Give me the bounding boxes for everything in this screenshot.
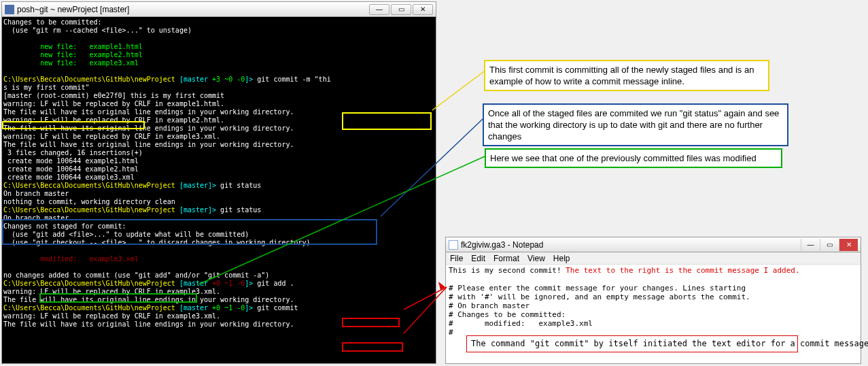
- commit-msg-text: This is my second commit!: [449, 266, 561, 275]
- output-line: warning: LF will be replaced by CRLF in …: [3, 116, 224, 124]
- comment-line: # Changes to be committed:: [449, 310, 566, 319]
- annotation-callout-2: Once all of the staged files are commite…: [483, 103, 788, 146]
- minimize-button[interactable]: —: [801, 239, 820, 251]
- staged-file: new file: example2.html: [3, 51, 143, 59]
- notepad-titlebar: fk2giviw.ga3 - Notepad — ▭ ✕: [446, 237, 861, 252]
- command-text: s is my first commit": [3, 84, 89, 91]
- prompt-path: C:\Users\Becca\Documents\GitHub\newProje…: [3, 76, 175, 83]
- comment-line: # On branch master: [449, 301, 530, 310]
- terminal-title: posh~git ~ newProject [master]: [17, 5, 369, 14]
- highlight-git-add: [342, 318, 400, 327]
- comment-line: # with '#' will be ignored, and an empty…: [449, 293, 750, 301]
- terminal-body[interactable]: Changes to be committed: (use "git rm --…: [2, 17, 436, 363]
- terminal-window: posh~git ~ newProject [master] — ▭ ✕ Cha…: [1, 1, 436, 364]
- output-line: warning: LF will be replaced by CRLF in …: [3, 133, 220, 140]
- menu-view[interactable]: View: [527, 254, 545, 263]
- comment-line: # modified: example3.xml: [449, 319, 593, 328]
- prompt-path: C:\Users\Becca\Documents\GitHub\newProje…: [3, 182, 175, 189]
- output-line: create mode 100644 example3.xml: [3, 173, 135, 181]
- annotation-callout-1: This first commit is committing all of t…: [484, 60, 769, 91]
- powershell-icon: [5, 5, 14, 14]
- notepad-window: fk2giviw.ga3 - Notepad — ▭ ✕ File Edit F…: [445, 237, 861, 364]
- output-line: The file will have its original line end…: [3, 320, 294, 328]
- notepad-body[interactable]: This is my second commit! The text to th…: [446, 265, 861, 363]
- output-line: (use "git checkout -- <file>..." to disc…: [3, 239, 311, 246]
- branch-end: ]>: [245, 304, 257, 312]
- svg-line-0: [432, 71, 484, 110]
- branch-label: [master: [175, 304, 208, 312]
- output-line: On branch master: [3, 190, 69, 197]
- highlight-commit-msg: [342, 112, 432, 130]
- output-line: warning: LF will be replaced by CRLF in …: [3, 312, 220, 320]
- menu-edit[interactable]: Edit: [471, 254, 485, 263]
- output-line: (use "git rm --cached <file>..." to unst…: [3, 27, 192, 34]
- output-line: On branch master: [3, 214, 69, 222]
- window-controls: — ▭ ✕: [801, 239, 858, 251]
- output-line: create mode 100644 example2.html: [3, 165, 139, 173]
- window-controls: — ▭ ✕: [369, 4, 433, 15]
- branch-end: ]>: [245, 280, 257, 287]
- menu-file[interactable]: File: [450, 254, 463, 263]
- command-text: git status: [220, 182, 261, 189]
- highlight-git-commit: [342, 342, 403, 352]
- maximize-button[interactable]: ▭: [391, 4, 411, 15]
- branch-end: ]>: [245, 76, 257, 83]
- minimize-button[interactable]: —: [369, 4, 389, 15]
- prompt-path: C:\Users\Becca\Documents\GitHub\newProje…: [3, 304, 175, 312]
- notepad-icon: [449, 240, 458, 250]
- close-button[interactable]: ✕: [413, 4, 433, 15]
- output-line: warning: LF will be replaced by CRLF in …: [3, 100, 224, 107]
- branch-label: [master: [175, 76, 208, 83]
- notepad-menubar: File Edit Format View Help: [446, 252, 861, 265]
- maximize-button[interactable]: ▭: [820, 239, 839, 251]
- notepad-title: fk2giviw.ga3 - Notepad: [461, 240, 801, 250]
- menu-format[interactable]: Format: [493, 254, 519, 263]
- staged-file: new file: example1.html: [3, 43, 143, 50]
- branch-label: [master]>: [175, 206, 220, 214]
- terminal-titlebar: posh~git ~ newProject [master] — ▭ ✕: [2, 2, 436, 17]
- branch-label: [master]>: [175, 182, 220, 189]
- branch-stats: +0 ~1 -0: [208, 304, 245, 312]
- svg-marker-5: [438, 282, 445, 290]
- branch-stats: +3 ~0 -0: [208, 76, 245, 83]
- branch-stats: +0 ~1 -0: [208, 280, 245, 287]
- prompt-path: C:\Users\Becca\Documents\GitHub\newProje…: [3, 280, 175, 287]
- comment-line: # Please enter the commit message for yo…: [449, 284, 746, 293]
- output-line: The file will have its original line end…: [3, 108, 294, 116]
- output-line: Changes not staged for commit:: [3, 222, 126, 230]
- output-line: 3 files changed, 16 insertions(+): [3, 149, 143, 156]
- output-line: (use "git add <file>..." to update what …: [3, 231, 249, 238]
- output-line: The file will have its original line end…: [3, 124, 294, 132]
- annotation-callout-3: Here we see that one of the previously c…: [485, 148, 782, 168]
- output-line: The file will have its original line end…: [3, 296, 294, 303]
- modified-file: modified: example3.xml: [3, 255, 139, 263]
- output-line: warning: LF will be replaced by CRLF in …: [3, 288, 220, 295]
- output-line: no changes added to commit (use "git add…: [3, 271, 269, 279]
- comment-line: #: [449, 328, 453, 337]
- annotation-callout-4: The command "git commit" by itself initi…: [466, 335, 798, 352]
- menu-help[interactable]: Help: [553, 254, 570, 263]
- output-line: nothing to commit, working directory cle…: [3, 198, 175, 205]
- output-line: The file will have its original line end…: [3, 141, 294, 148]
- output-line: create mode 100644 example1.html: [3, 157, 139, 165]
- annotation-inline: The text to the right is the commit mess…: [566, 266, 799, 275]
- command-text: git status: [220, 206, 261, 214]
- command-text: git commit: [257, 304, 298, 312]
- staged-file: new file: example3.xml: [3, 59, 139, 67]
- output-line: Changes to be committed:: [3, 18, 102, 26]
- command-text: git add .: [257, 280, 294, 287]
- branch-label: [master: [175, 280, 208, 287]
- prompt-path: C:\Users\Becca\Documents\GitHub\newProje…: [3, 206, 175, 214]
- close-button[interactable]: ✕: [839, 239, 858, 251]
- command-text: git commit -m "thi: [257, 76, 330, 83]
- output-line: [master (root-commit) e0e27f0] this is m…: [3, 92, 224, 99]
